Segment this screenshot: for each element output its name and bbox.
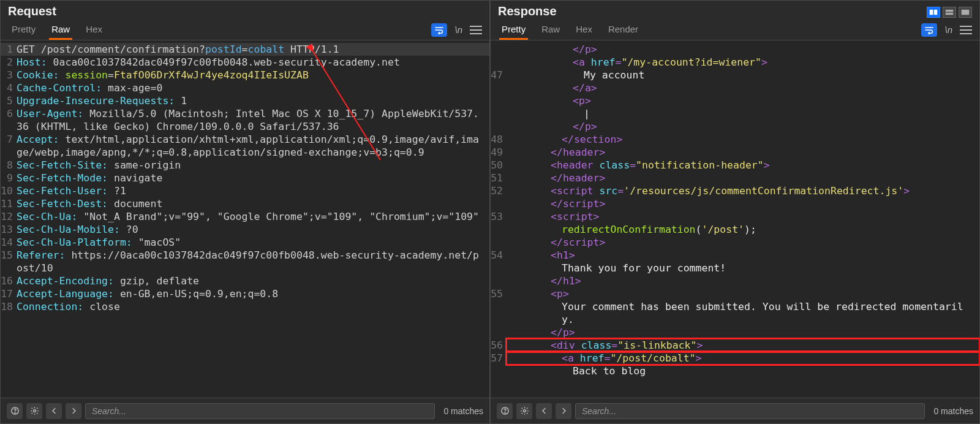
response-footer: Search... 0 matches xyxy=(491,398,979,423)
settings-button[interactable] xyxy=(516,403,532,419)
request-tabs-row: PrettyRawHex \n xyxy=(1,20,489,40)
response-tabs: PrettyRawHexRender xyxy=(496,20,639,39)
line-number: 4 xyxy=(1,81,17,94)
code-content: </section> xyxy=(507,133,979,146)
code-line: Your comment has been submitted. You wil… xyxy=(491,300,979,326)
tab-render[interactable]: Render xyxy=(607,20,639,39)
code-line: 4Cache-Control: max-age=0 xyxy=(1,81,489,94)
response-pane: Response PrettyRawHexRender \n </p><a hr… xyxy=(490,0,980,424)
chevron-left-icon xyxy=(50,406,59,415)
request-header: Request xyxy=(1,1,489,20)
line-number: 15 xyxy=(1,249,17,262)
layout-single-button[interactable] xyxy=(959,7,972,18)
wrap-icon xyxy=(434,26,444,34)
root-split: Request PrettyRawHex \n 1GET /post/comme… xyxy=(0,0,980,424)
code-line: Thank you for your comment! xyxy=(491,262,979,274)
code-content: <h1> xyxy=(507,249,979,262)
svg-point-3 xyxy=(33,410,36,412)
code-line: 50<header class="notification-header"> xyxy=(491,159,979,172)
code-content: Accept: text/html,application/xhtml+xml,… xyxy=(17,133,489,159)
line-number: 7 xyxy=(1,133,17,146)
line-number: 6 xyxy=(1,107,17,120)
response-match-count: 0 matches xyxy=(929,406,973,416)
newline-indicator: \n xyxy=(454,25,462,35)
help-button[interactable] xyxy=(7,403,23,419)
code-content: <a href="/post/cobalt"> xyxy=(507,352,979,365)
line-number: 17 xyxy=(1,287,17,300)
tab-pretty[interactable]: Pretty xyxy=(500,20,527,39)
code-line: 54<h1> xyxy=(491,249,979,262)
prev-match-button[interactable] xyxy=(46,403,62,419)
line-number: 10 xyxy=(1,184,17,197)
code-content: </a> xyxy=(507,81,979,94)
code-line: 53<script> xyxy=(491,210,979,223)
code-line: 49</header> xyxy=(491,146,979,159)
code-content: Host: 0aca00c1037842dac049f97c00fb0048.w… xyxy=(17,56,489,69)
tab-pretty[interactable]: Pretty xyxy=(10,20,37,39)
response-title: Response xyxy=(498,4,557,20)
response-editor[interactable]: </p><a href="/my-account?id=wiener">47My… xyxy=(491,40,979,398)
code-content: </header> xyxy=(507,146,979,159)
request-menu-button[interactable] xyxy=(470,25,482,35)
line-number: 2 xyxy=(1,56,17,69)
tab-raw[interactable]: Raw xyxy=(540,20,561,39)
code-line: </script> xyxy=(491,197,979,210)
line-number: 8 xyxy=(1,159,17,172)
line-number: 49 xyxy=(491,146,507,159)
tab-raw[interactable]: Raw xyxy=(50,20,71,39)
line-number: 13 xyxy=(1,223,17,236)
code-line: </p> xyxy=(491,43,979,56)
code-line: 10Sec-Fetch-User: ?1 xyxy=(1,184,489,197)
code-line: 1GET /post/comment/confirmation?postId=c… xyxy=(1,43,489,56)
request-footer: Search... 0 matches xyxy=(1,398,489,423)
code-line: 51</header> xyxy=(491,172,979,184)
code-content: Connection: close xyxy=(17,300,489,313)
prev-match-button[interactable] xyxy=(536,403,552,419)
code-line: 16Accept-Encoding: gzip, deflate xyxy=(1,274,489,287)
code-line: </script> xyxy=(491,236,979,249)
code-content: </script> xyxy=(507,197,979,210)
wrap-toggle-button[interactable] xyxy=(921,23,937,37)
code-content: | xyxy=(507,107,979,120)
chevron-left-icon xyxy=(540,406,549,415)
line-number: 55 xyxy=(491,287,507,300)
code-content: My account xyxy=(507,69,979,81)
layout-columns-button[interactable] xyxy=(927,7,940,18)
wrap-toggle-button[interactable] xyxy=(431,23,447,37)
svg-rect-7 xyxy=(946,12,954,15)
code-content: </script> xyxy=(507,236,979,249)
next-match-button[interactable] xyxy=(556,403,571,419)
code-content: Sec-Ch-Ua-Mobile: ?0 xyxy=(17,223,489,236)
code-line: redirectOnConfirmation('/post'); xyxy=(491,223,979,236)
line-number: 5 xyxy=(1,94,17,107)
svg-point-10 xyxy=(505,412,505,413)
request-editor[interactable]: 1GET /post/comment/confirmation?postId=c… xyxy=(1,40,489,398)
line-number: 1 xyxy=(1,43,17,56)
svg-rect-6 xyxy=(946,9,954,11)
code-content: Sec-Fetch-Dest: document xyxy=(17,197,489,210)
response-search-input[interactable]: Search... xyxy=(575,403,925,419)
line-number: 12 xyxy=(1,210,17,223)
code-line: </h1> xyxy=(491,274,979,287)
code-line: 52<script src='/resources/js/commentConf… xyxy=(491,184,979,197)
code-line: 7Accept: text/html,application/xhtml+xml… xyxy=(1,133,489,159)
request-match-count: 0 matches xyxy=(439,406,483,416)
request-search-input[interactable]: Search... xyxy=(85,403,435,419)
code-line: </p> xyxy=(491,326,979,339)
layout-rows-button[interactable] xyxy=(943,7,956,18)
settings-button[interactable] xyxy=(26,403,42,419)
tab-hex[interactable]: Hex xyxy=(575,20,594,39)
svg-point-11 xyxy=(523,410,526,412)
line-number: 9 xyxy=(1,172,17,184)
code-content: Sec-Fetch-User: ?1 xyxy=(17,184,489,197)
line-number: 48 xyxy=(491,133,507,146)
help-button[interactable] xyxy=(497,403,513,419)
code-content: <div class="is-linkback"> xyxy=(507,339,979,352)
code-content: </h1> xyxy=(507,274,979,287)
tab-hex[interactable]: Hex xyxy=(85,20,104,39)
code-content: Sec-Ch-Ua-Platform: "macOS" xyxy=(17,236,489,249)
next-match-button[interactable] xyxy=(66,403,81,419)
request-tab-right: \n xyxy=(431,23,484,37)
response-menu-button[interactable] xyxy=(960,25,972,35)
request-title: Request xyxy=(8,4,56,20)
